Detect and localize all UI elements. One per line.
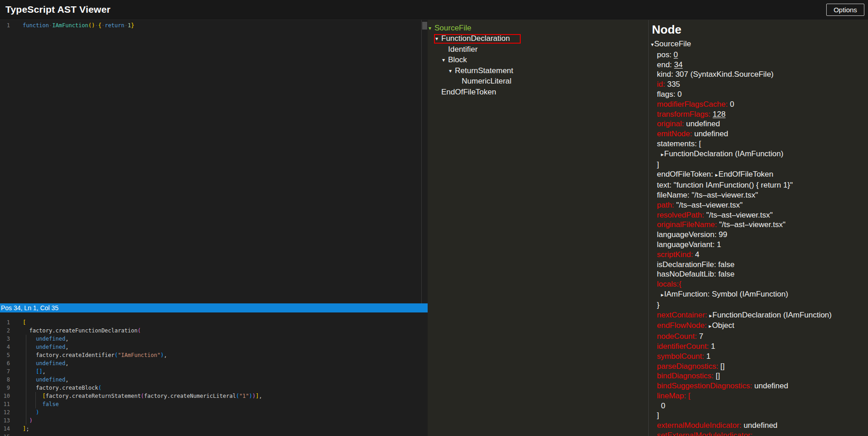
code-line[interactable]: 15	[0, 433, 428, 436]
tree-node-returnstatement[interactable]: ▾ReturnStatement	[428, 65, 648, 76]
node-property-row: setExternalModuleIndicator:	[649, 431, 868, 436]
node-property-row[interactable]: endOfFileToken: ▸EndOfFileToken	[649, 169, 868, 180]
code-line[interactable]: 11 false	[0, 400, 428, 408]
property-text: 4	[695, 250, 699, 259]
tree-node-content: ▾SourceFile	[429, 23, 471, 33]
property-text: 1	[711, 342, 715, 351]
chevron-icon[interactable]: ▸	[715, 172, 718, 178]
editor-scrollbar-thumb[interactable]	[422, 22, 427, 30]
code-token: ,	[259, 393, 262, 399]
node-property-row[interactable]: ▾SourceFile	[649, 39, 868, 50]
property-text: Object	[712, 321, 734, 330]
node-property-row: hasNoDefaultLib: false	[649, 269, 868, 279]
chevron-icon[interactable]: ▾	[651, 41, 654, 48]
line-number: 6	[0, 359, 10, 367]
code-token: }	[131, 22, 134, 29]
node-properties-panel: Node ▾SourceFilepos: 0end: 34kind: 307 (…	[648, 20, 868, 436]
property-text: SourceFile	[654, 40, 691, 48]
options-button[interactable]: Options	[826, 4, 864, 16]
code-line[interactable]: 10 [factory.createReturnStatement(factor…	[0, 392, 428, 400]
code-token: ()	[89, 22, 95, 29]
property-text: statements: [	[657, 139, 701, 148]
internal-property-key: modifierFlagsCache:	[657, 100, 730, 109]
property-text: FunctionDeclaration (IAmFunction)	[664, 149, 784, 158]
node-properties-list: ▾SourceFilepos: 0end: 34kind: 307 (Synta…	[649, 39, 868, 436]
chevron-icon[interactable]: ▸	[661, 151, 664, 158]
tree-node-numericliteral[interactable]: NumericLiteral	[428, 76, 648, 87]
node-property-row[interactable]: ▸IAmFunction: Symbol (IAmFunction)	[649, 289, 868, 300]
indent-guide	[35, 392, 36, 408]
code-line[interactable]: 7 [],	[0, 367, 428, 376]
chevron-down-icon[interactable]: ▾	[449, 68, 455, 74]
property-value-link[interactable]: 0	[674, 50, 678, 59]
node-property-row: emitNode: undefined	[649, 129, 868, 139]
cursor-position-text: Pos 34, Ln 1, Col 35	[1, 304, 59, 312]
code-token: return	[105, 22, 124, 29]
chevron-down-icon[interactable]: ▾	[442, 57, 448, 63]
code-line[interactable]: 2 factory.createFunctionDeclaration(	[0, 327, 428, 335]
code-token: 1	[128, 22, 131, 29]
node-property-row[interactable]: pos: 0	[649, 50, 868, 60]
code-token: )	[249, 393, 252, 399]
internal-property-key: identifierCount:	[657, 342, 711, 351]
tree-node-content: ▾ReturnStatement	[449, 66, 513, 75]
editor-scrollbar-track	[421, 20, 422, 303]
chevron-icon[interactable]: ▸	[709, 312, 712, 319]
code-token: (	[114, 352, 118, 358]
code-line[interactable]: 13 )	[0, 416, 428, 425]
tree-node-label: Identifier	[448, 45, 478, 54]
property-text: 335	[667, 80, 680, 89]
tree-node-label: SourceFile	[434, 24, 471, 33]
code-token: function	[23, 22, 49, 29]
chevron-down-icon[interactable]: ▾	[435, 35, 441, 42]
node-property-row[interactable]: transformFlags: 128	[649, 109, 868, 119]
property-value-link[interactable]: 34	[674, 60, 683, 69]
code-line[interactable]: 1function·IAmFunction()·{·return·1}	[0, 21, 428, 30]
node-property-row[interactable]: ▸FunctionDeclaration (IAmFunction)	[649, 149, 868, 160]
chevron-down-icon[interactable]: ▾	[429, 25, 434, 31]
line-number: 7	[0, 367, 10, 376]
code-token: ,	[65, 360, 69, 367]
factory-code-editor[interactable]: 1[2 factory.createFunctionDeclaration(3 …	[0, 312, 428, 436]
code-line[interactable]: 9 factory.createBlock(	[0, 384, 428, 392]
property-text: IAmFunction: Symbol (IAmFunction)	[664, 290, 788, 298]
node-property-row[interactable]: end: 34	[649, 60, 868, 70]
node-property-row[interactable]: nextContainer: ▸FunctionDeclaration (IAm…	[649, 310, 868, 321]
code-line[interactable]: 4 undefined,	[0, 343, 428, 351]
line-number: 1	[0, 21, 10, 30]
node-property-row[interactable]: endFlowNode: ▸Object	[649, 321, 868, 332]
code-line[interactable]: 3 undefined,	[0, 335, 428, 343]
property-text: fileName: "/ts–ast–viewer.tsx"	[657, 191, 758, 199]
property-text: isDeclarationFile: false	[657, 260, 735, 269]
code-line[interactable]: 8 undefined,	[0, 376, 428, 384]
node-property-row: scriptKind: 4	[649, 250, 868, 260]
code-line[interactable]: 5 factory.createIdentifier("IAmFunction"…	[0, 351, 428, 359]
internal-property-key: originalFileName:	[657, 220, 719, 229]
node-property-row: resolvedPath: "/ts–ast–viewer.tsx"	[649, 210, 868, 220]
code-line[interactable]: 1[	[0, 318, 428, 327]
code-line[interactable]: 14];	[0, 425, 428, 433]
source-code-editor[interactable]: 1function·IAmFunction()·{·return·1}	[0, 20, 428, 303]
tree-node-functiondeclaration[interactable]: ▾FunctionDeclaration	[428, 34, 648, 45]
line-number: 15	[0, 433, 10, 436]
code-line[interactable]: 6 undefined,	[0, 359, 428, 367]
line-number: 8	[0, 376, 10, 384]
property-value-link[interactable]: 128	[713, 110, 725, 119]
internal-property-key: path:	[657, 201, 676, 209]
line-number: 1	[0, 318, 10, 327]
code-token	[23, 344, 36, 350]
code-token	[23, 409, 36, 416]
chevron-icon[interactable]: ▸	[709, 323, 711, 329]
tree-node-block[interactable]: ▾Block	[428, 55, 648, 66]
tree-node-identifier[interactable]: Identifier	[428, 44, 648, 55]
code-token: ·	[49, 22, 52, 29]
chevron-icon[interactable]: ▸	[661, 292, 664, 298]
code-line[interactable]: 12 )	[0, 408, 428, 416]
tree-node-label: EndOfFileToken	[441, 88, 496, 97]
line-number: 2	[0, 327, 10, 335]
tree-node-content: ▾Block	[442, 55, 467, 65]
tree-node-content: EndOfFileToken	[435, 87, 496, 97]
cursor-position-bar: Pos 34, Ln 1, Col 35	[0, 303, 428, 312]
tree-node-sourcefile[interactable]: ▾SourceFile	[428, 23, 648, 34]
tree-node-endoffiletoken[interactable]: EndOfFileToken	[428, 87, 648, 98]
